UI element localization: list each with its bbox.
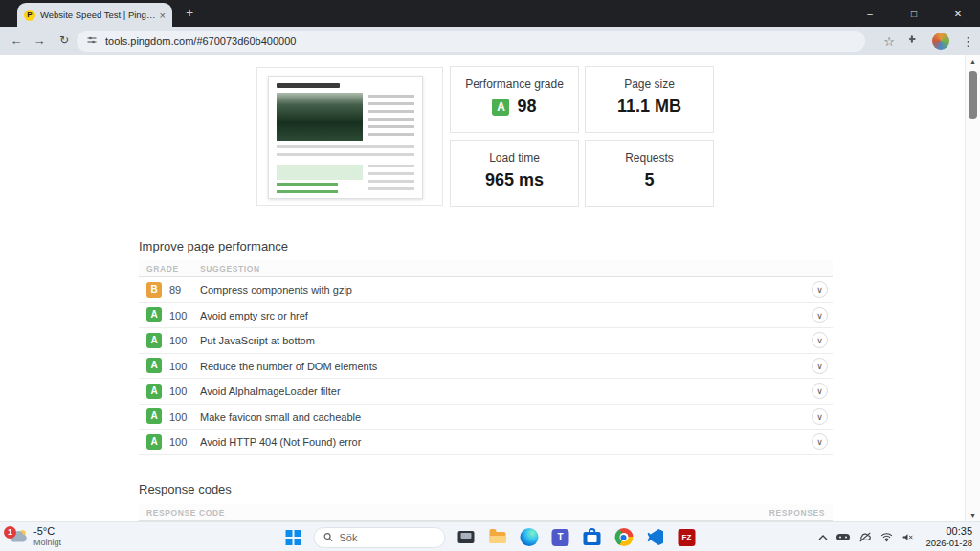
column-header-responses: RESPONSES — [769, 508, 825, 518]
score: 100 — [169, 310, 187, 321]
chrome-button[interactable] — [612, 526, 635, 549]
wifi-icon[interactable] — [880, 532, 893, 542]
browser-menu-icon[interactable]: ⋮ — [962, 34, 974, 49]
system-tray: 00:35 2026-01-28 — [818, 522, 972, 551]
metric-value: A 98 — [451, 97, 578, 117]
expand-chevron-icon[interactable]: ∨ — [812, 433, 828, 450]
task-view-button[interactable] — [455, 526, 478, 549]
search-label: Sök — [340, 532, 358, 543]
browser-tab[interactable]: P Website Speed Test | Pingdom × — [17, 3, 172, 27]
notification-badge: 1 — [4, 526, 16, 539]
teams-button[interactable]: T — [549, 526, 572, 549]
table-row[interactable]: A 100 Avoid HTTP 404 (Not Found) error ∨ — [139, 430, 833, 455]
suggestion-text: Reduce the number of DOM elements — [200, 361, 377, 372]
metric-card-requests: Requests 5 — [585, 140, 714, 207]
start-button[interactable] — [282, 526, 305, 549]
toolbar-actions: ☆ ⋮ — [883, 27, 974, 55]
search-icon — [323, 529, 334, 546]
store-button[interactable] — [581, 526, 604, 549]
table-row[interactable]: A 100 Avoid AlphaImageLoader filter ∨ — [139, 379, 833, 405]
new-tab-button[interactable]: + — [182, 5, 197, 20]
table-row[interactable]: A 100 Make favicon small and cacheable ∨ — [139, 405, 833, 430]
filezilla-icon: FZ — [679, 529, 696, 546]
scroll-down-icon[interactable]: ▼ — [966, 512, 980, 518]
metric-card-load-time: Load time 965 ms — [450, 140, 579, 207]
thumb-highlight-block — [277, 165, 363, 180]
column-header-grade: GRADE — [146, 264, 179, 274]
page-scrollbar[interactable]: ▲ ▼ — [965, 55, 980, 521]
table-row[interactable]: A 100 Avoid empty src or href ∨ — [139, 303, 833, 329]
clock-time: 00:35 — [925, 525, 972, 539]
taskbar-search[interactable]: Sök — [314, 527, 446, 548]
edge-button[interactable] — [518, 526, 541, 549]
suggestion-text: Put JavaScript at bottom — [200, 335, 315, 346]
site-thumbnail-card — [256, 67, 443, 206]
score: 100 — [169, 411, 187, 423]
address-bar[interactable]: tools.pingdom.com/#670073d60b400000 — [77, 31, 865, 52]
extensions-icon[interactable] — [907, 33, 920, 50]
table-row[interactable]: A 100 Reduce the number of DOM elements … — [139, 354, 833, 380]
site-info-icon[interactable] — [86, 33, 98, 50]
grade-badge: A — [146, 358, 162, 373]
expand-chevron-icon[interactable]: ∨ — [812, 408, 828, 425]
taskbar-clock[interactable]: 00:35 2026-01-28 — [925, 525, 972, 550]
column-header-response-code: RESPONSE CODE — [146, 508, 225, 518]
table-row[interactable]: B 89 Compress components with gzip ∨ — [139, 277, 833, 303]
volume-muted-icon[interactable] — [902, 532, 914, 542]
controller-icon[interactable] — [836, 533, 850, 541]
task-view-icon — [457, 531, 474, 543]
grade-badge: A — [146, 333, 162, 348]
thumb-link-lines — [277, 183, 338, 195]
scroll-up-icon[interactable]: ▲ — [966, 58, 980, 65]
grade-badge: A — [146, 434, 162, 450]
expand-chevron-icon[interactable]: ∨ — [812, 332, 828, 348]
tab-close-icon[interactable]: × — [160, 10, 166, 21]
expand-chevron-icon[interactable]: ∨ — [812, 358, 828, 374]
maximize-button[interactable]: □ — [892, 0, 936, 27]
thumb-text-lines — [368, 95, 414, 137]
metric-number: 965 ms — [451, 170, 578, 190]
url-text[interactable]: tools.pingdom.com/#670073d60b400000 — [105, 35, 296, 47]
weather-text: -5°C Molnigt — [33, 525, 61, 548]
forward-button[interactable]: → — [29, 33, 50, 48]
expand-chevron-icon[interactable]: ∨ — [812, 307, 828, 323]
folder-icon — [489, 532, 505, 543]
metric-card-page-size: Page size 11.1 MB — [585, 66, 714, 133]
window-controls: – □ ✕ — [848, 0, 980, 27]
onedrive-paused-icon[interactable] — [858, 532, 872, 542]
browser-tabstrip: P Website Speed Test | Pingdom × + – □ ✕ — [0, 0, 980, 27]
metric-label: Load time — [451, 151, 578, 165]
site-thumbnail — [268, 76, 423, 199]
profile-avatar[interactable] — [932, 33, 949, 50]
weather-widget[interactable]: 1 -5°C Molnigt — [8, 525, 61, 548]
score: 100 — [169, 335, 187, 346]
metric-number: 11.1 MB — [586, 97, 713, 117]
bookmark-star-icon[interactable]: ☆ — [883, 34, 895, 49]
vscode-icon — [647, 529, 663, 545]
file-explorer-button[interactable] — [486, 526, 509, 549]
back-button[interactable]: ← — [6, 33, 27, 48]
grade-badge: A — [492, 99, 509, 116]
scrollbar-thumb[interactable] — [969, 71, 977, 119]
hidden-icons-chevron-icon[interactable] — [818, 535, 828, 540]
improve-section-title: Improve page performance — [139, 239, 288, 253]
metric-card-performance-grade: Performance grade A 98 — [450, 66, 579, 133]
taskbar-center: Sök T FZ — [282, 522, 699, 551]
improve-table: GRADE SUGGESTION B 89 Compress component… — [139, 260, 833, 455]
expand-chevron-icon[interactable]: ∨ — [812, 383, 828, 399]
expand-chevron-icon[interactable]: ∨ — [812, 281, 828, 298]
metric-number: 5 — [586, 170, 713, 190]
thumb-forest-image — [277, 93, 363, 141]
grade-badge: A — [146, 307, 162, 322]
reload-button[interactable]: ↻ — [54, 33, 75, 47]
table-row[interactable]: A 100 Put JavaScript at bottom ∨ — [139, 328, 833, 354]
minimize-button[interactable]: – — [848, 0, 892, 27]
suggestion-text: Avoid HTTP 404 (Not Found) error — [200, 436, 361, 448]
vscode-button[interactable] — [644, 526, 667, 549]
store-icon — [584, 532, 601, 545]
close-button[interactable]: ✕ — [936, 0, 980, 27]
response-codes-table: RESPONSE CODE RESPONSES — [139, 504, 833, 521]
response-table-header: RESPONSE CODE RESPONSES — [139, 504, 833, 521]
metric-label: Page size — [586, 77, 713, 91]
filezilla-button[interactable]: FZ — [676, 526, 699, 549]
